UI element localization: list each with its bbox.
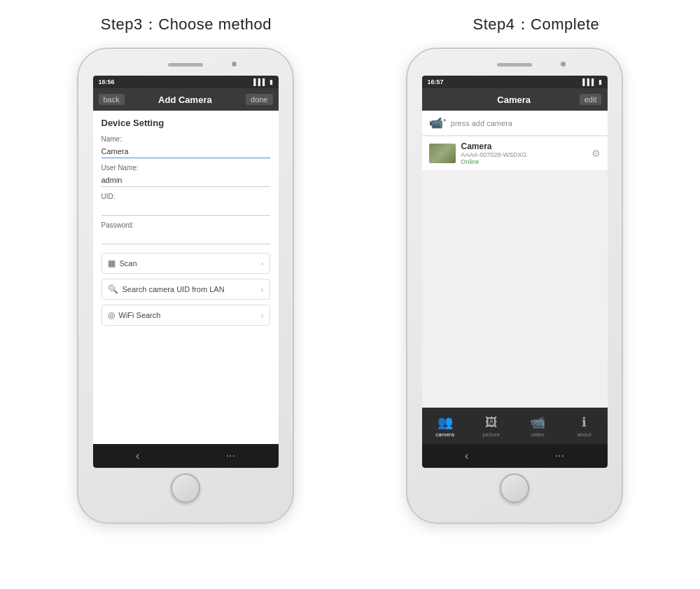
camera-thumb-image: [429, 144, 456, 163]
scan-label: Scan: [120, 259, 137, 268]
phone1-time: 16:56: [99, 78, 115, 85]
name-label: Name:: [102, 135, 270, 143]
video-tab-icon: 📹: [530, 415, 545, 430]
about-tab-icon: ℹ: [582, 415, 587, 430]
device-setting-title: Device Setting: [102, 118, 270, 128]
phone2-speaker: [497, 63, 532, 67]
search-lan-chevron-icon: ›: [261, 285, 264, 293]
search-lan-button[interactable]: 🔍 Search camera UID from LAN ›: [102, 279, 270, 300]
form-username-row: User Name:: [102, 164, 270, 187]
phone2-nav-title: Camera: [497, 95, 531, 105]
phone2-content: 📹+ press add camera Camera AAAA-007028-W…: [422, 111, 608, 408]
phone2-battery-icon: ▮: [598, 78, 602, 85]
phone1-notch: [84, 57, 287, 73]
phone2-screen: 16:57 ▌▌▌ ▮ Camera edit 📹+ press add cam…: [422, 76, 608, 468]
phone1-speaker: [168, 63, 203, 67]
phone1-status-bar: 16:56 ▌▌▌ ▮: [93, 76, 279, 88]
camera-uid: AAAA-007028-WSDXG: [461, 151, 586, 158]
wifi-search-label: WiFi Search: [119, 311, 161, 319]
camera-status: Online: [461, 158, 586, 165]
phone1-back-nav-icon[interactable]: ‹: [136, 450, 139, 462]
password-input[interactable]: [102, 232, 270, 244]
phone1-back-button[interactable]: back: [99, 94, 125, 105]
password-label: Password:: [102, 221, 270, 229]
scan-icon: ▦: [108, 258, 115, 268]
form-password-row: Password:: [102, 221, 270, 244]
add-camera-icon: 📹+: [429, 116, 447, 130]
search-lan-icon: 🔍: [108, 284, 118, 294]
camera-name: Camera: [461, 141, 586, 151]
page-header: Step3：Choose method Step4：Complete: [0, 14, 700, 35]
about-tab-label: about: [577, 431, 591, 438]
phone1: 16:56 ▌▌▌ ▮ back Add Camera done Device …: [77, 48, 294, 524]
camera-list-item[interactable]: Camera AAAA-007028-WSDXG Online ⚙: [422, 137, 608, 170]
scan-button[interactable]: ▦ Scan ›: [102, 253, 270, 274]
picture-tab-icon: 🖼: [485, 415, 498, 430]
phone2-signal-icon: ▌▌▌: [582, 78, 596, 85]
camera-tab-icon: 👥: [438, 415, 453, 430]
phone1-home-button[interactable]: [171, 473, 200, 503]
step4-title: Step4：Complete: [473, 14, 600, 35]
uid-input[interactable]: [102, 203, 270, 216]
search-lan-button-content: 🔍 Search camera UID from LAN: [108, 284, 225, 294]
phone2: 16:57 ▌▌▌ ▮ Camera edit 📹+ press add cam…: [406, 48, 623, 524]
phone2-dots-icon[interactable]: ···: [555, 450, 564, 462]
wifi-search-button[interactable]: ◎ WiFi Search ›: [102, 305, 270, 326]
phone1-bottom-bar: ‹ ···: [93, 444, 279, 468]
add-camera-row[interactable]: 📹+ press add camera: [422, 111, 608, 136]
tab-video[interactable]: 📹 video: [514, 415, 561, 438]
username-input[interactable]: [102, 174, 270, 187]
phone2-home-button[interactable]: [500, 473, 529, 503]
form-uid-row: UID:: [102, 193, 270, 216]
phone2-status-icons: ▌▌▌ ▮: [582, 78, 601, 85]
phone1-done-button[interactable]: done: [246, 94, 272, 105]
video-tab-label: video: [531, 431, 545, 438]
wifi-icon: ◎: [108, 310, 115, 320]
picture-tab-label: picture: [483, 431, 500, 438]
phone1-camera-dot: [232, 62, 237, 67]
step3-title: Step3：Choose method: [101, 14, 272, 35]
phone2-back-nav-icon[interactable]: ‹: [465, 450, 468, 462]
add-camera-text: press add camera: [451, 119, 512, 127]
phone2-time: 16:57: [428, 78, 444, 85]
form-name-row: Name:: [102, 135, 270, 158]
username-label: User Name:: [102, 164, 270, 172]
phone1-screen: 16:56 ▌▌▌ ▮ back Add Camera done Device …: [93, 76, 279, 468]
phones-container: 16:56 ▌▌▌ ▮ back Add Camera done Device …: [0, 48, 700, 524]
phone1-signal-icon: ▌▌▌: [253, 78, 267, 85]
camera-thumbnail: [429, 144, 456, 163]
phone1-nav-bar: back Add Camera done: [93, 88, 279, 111]
phone2-edit-button[interactable]: edit: [580, 94, 602, 105]
phone1-nav-title: Add Camera: [158, 95, 212, 105]
camera-tab-label: camera: [435, 431, 454, 438]
phone1-content: Device Setting Name: User Name: UID: Pas…: [93, 111, 279, 444]
phone2-camera-dot: [561, 62, 566, 67]
tab-picture[interactable]: 🖼 picture: [468, 415, 514, 438]
search-lan-label: Search camera UID from LAN: [122, 285, 225, 293]
scan-chevron-icon: ›: [261, 259, 264, 268]
phone2-bottom-bar: ‹ ···: [422, 444, 608, 468]
content-spacer: [422, 170, 608, 212]
phone1-battery-icon: ▮: [270, 78, 273, 85]
phone2-tab-bar: 👥 camera 🖼 picture 📹 video ℹ about: [422, 408, 608, 444]
phone2-status-bar: 16:57 ▌▌▌ ▮: [422, 76, 608, 88]
uid-label: UID:: [102, 193, 270, 200]
name-input[interactable]: [102, 146, 270, 158]
camera-item-info: Camera AAAA-007028-WSDXG Online: [461, 141, 586, 165]
methods-section: ▦ Scan › 🔍 Search camera UID from LAN ›: [102, 253, 270, 326]
scan-button-content: ▦ Scan: [108, 258, 137, 268]
wifi-search-button-content: ◎ WiFi Search: [108, 310, 161, 320]
phone2-notch: [413, 57, 616, 73]
tab-about[interactable]: ℹ about: [561, 415, 607, 438]
phone1-status-icons: ▌▌▌ ▮: [253, 78, 272, 85]
phone1-dots-icon[interactable]: ···: [226, 450, 235, 462]
tab-camera[interactable]: 👥 camera: [422, 415, 468, 438]
wifi-chevron-icon: ›: [261, 311, 264, 319]
phone2-nav-bar: Camera edit: [422, 88, 608, 111]
settings-gear-icon[interactable]: ⚙: [592, 148, 601, 159]
